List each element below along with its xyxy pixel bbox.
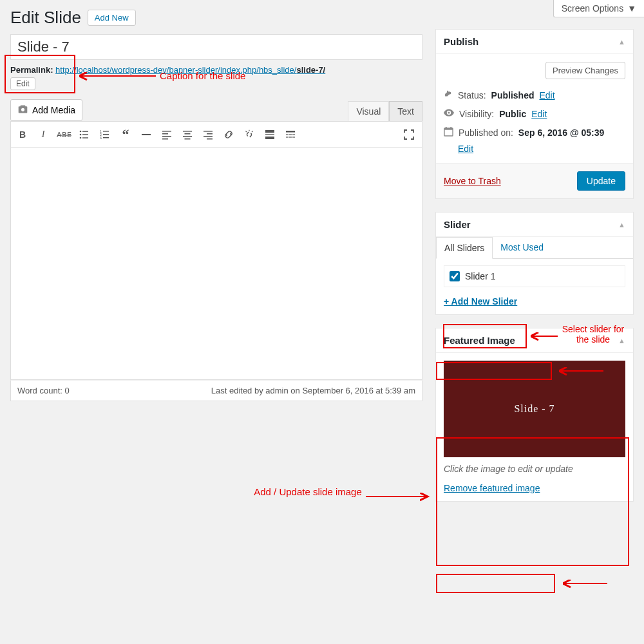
svg-rect-5 (82, 137, 88, 138)
svg-rect-31 (292, 134, 295, 135)
slider-panel: Slider ▲ All Sliders Most Used Slider 1 … (435, 212, 634, 315)
slider-panel-toggle[interactable]: Slider ▲ (436, 213, 633, 237)
svg-rect-13 (162, 131, 171, 132)
svg-rect-9 (103, 134, 109, 135)
editor-toolbar: B I A̶B̶E̶ 123 “ (10, 121, 422, 148)
publish-panel-toggle[interactable]: Publish ▲ (436, 30, 633, 54)
featured-image-thumbnail[interactable]: Slide - 7 (444, 361, 625, 457)
italic-icon[interactable]: I (34, 126, 52, 144)
edit-status-link[interactable]: Edit (540, 90, 555, 100)
word-count: Word count: 0 (17, 386, 70, 395)
svg-point-35 (448, 111, 450, 113)
svg-point-4 (80, 137, 82, 139)
chevron-down-icon: ▼ (627, 3, 636, 14)
preview-changes-button[interactable]: Preview Changes (545, 62, 625, 79)
svg-rect-29 (286, 134, 289, 135)
svg-rect-23 (204, 136, 213, 137)
permalink-url[interactable]: http://localhost/wordpress-dev/banner-sl… (55, 65, 325, 75)
svg-rect-22 (207, 133, 213, 135)
featured-image-hint: Click the image to edit or update (444, 464, 625, 474)
svg-rect-20 (185, 138, 191, 140)
tab-all-sliders[interactable]: All Sliders (436, 237, 493, 259)
screen-options-label: Screen Options (562, 3, 624, 14)
post-title-input[interactable] (10, 34, 422, 60)
svg-rect-27 (265, 137, 274, 139)
add-new-slider-link[interactable]: + Add New Slider (444, 296, 517, 307)
calendar-icon (444, 127, 453, 138)
tab-most-used[interactable]: Most Used (493, 237, 551, 258)
bold-icon[interactable]: B (14, 126, 32, 144)
add-new-button[interactable]: Add New (88, 10, 136, 26)
svg-text:3: 3 (100, 136, 102, 140)
svg-point-2 (80, 134, 82, 136)
svg-rect-17 (183, 131, 192, 132)
remove-featured-image-link[interactable]: Remove featured image (444, 483, 540, 493)
svg-rect-39 (450, 127, 451, 129)
eye-icon (444, 108, 454, 119)
svg-rect-21 (204, 131, 213, 132)
triangle-up-icon: ▲ (618, 221, 625, 229)
numbered-list-icon[interactable]: 123 (96, 126, 114, 144)
permalink-label: Permalink: (10, 65, 53, 75)
page-title: Edit Slide (10, 8, 81, 28)
svg-rect-7 (103, 131, 109, 132)
triangle-up-icon: ▲ (618, 337, 625, 345)
tab-text[interactable]: Text (389, 101, 422, 121)
editor-content[interactable] (10, 148, 422, 380)
highlight-remove-link (436, 574, 555, 593)
publish-panel: Publish ▲ Preview Changes Status: Publis… (435, 29, 634, 199)
add-media-button[interactable]: Add Media (10, 99, 82, 121)
fullscreen-icon[interactable] (400, 126, 418, 144)
svg-rect-16 (162, 138, 168, 140)
featured-panel-toggle[interactable]: Featured Image ▲ (436, 328, 633, 353)
svg-rect-26 (265, 134, 274, 135)
align-right-icon[interactable] (199, 126, 217, 144)
quote-icon[interactable]: “ (117, 126, 135, 144)
svg-rect-38 (446, 127, 447, 129)
unlink-icon[interactable] (240, 126, 258, 144)
strikethrough-icon[interactable]: A̶B̶E̶ (55, 126, 73, 144)
slider-checkbox-row[interactable]: Slider 1 (450, 271, 620, 281)
svg-rect-28 (286, 131, 295, 133)
svg-rect-25 (265, 130, 274, 133)
svg-rect-11 (103, 137, 109, 138)
add-media-label: Add Media (32, 105, 75, 115)
slider-1-checkbox[interactable] (450, 271, 460, 281)
svg-rect-32 (286, 137, 289, 138)
edit-date-link[interactable]: Edit (458, 144, 625, 154)
toolbar-toggle-icon[interactable] (281, 126, 299, 144)
screen-options-tab[interactable]: Screen Options ▼ (553, 0, 644, 17)
svg-rect-1 (82, 131, 88, 132)
align-center-icon[interactable] (178, 126, 196, 144)
svg-rect-18 (185, 133, 191, 135)
link-icon[interactable] (220, 126, 238, 144)
hr-icon[interactable] (137, 126, 155, 144)
svg-rect-34 (292, 137, 295, 138)
triangle-up-icon: ▲ (618, 38, 625, 46)
svg-rect-33 (289, 137, 292, 138)
camera-icon (17, 104, 28, 117)
edit-permalink-button[interactable]: Edit (10, 77, 35, 90)
key-icon (444, 90, 453, 100)
svg-point-0 (80, 131, 82, 133)
read-more-icon[interactable] (261, 126, 279, 144)
svg-rect-14 (162, 133, 168, 135)
update-button[interactable]: Update (577, 171, 625, 191)
edit-visibility-link[interactable]: Edit (531, 109, 547, 119)
svg-rect-30 (289, 134, 292, 135)
svg-rect-12 (142, 134, 151, 135)
svg-rect-24 (207, 138, 213, 140)
move-to-trash-link[interactable]: Move to Trash (444, 176, 501, 186)
svg-rect-15 (162, 136, 171, 137)
tab-visual[interactable]: Visual (348, 101, 389, 121)
align-left-icon[interactable] (158, 126, 176, 144)
svg-rect-3 (82, 134, 88, 135)
bullet-list-icon[interactable] (75, 126, 93, 144)
featured-image-panel: Featured Image ▲ Slide - 7 Click the ima… (435, 328, 634, 502)
last-edited: Last edited by admin on September 6, 201… (211, 386, 415, 395)
svg-rect-19 (183, 136, 192, 137)
